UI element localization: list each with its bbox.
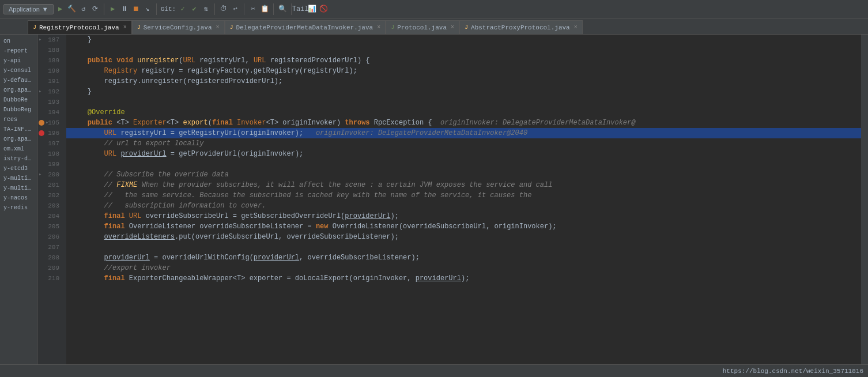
tab-label-3: DelegateProviderMetaDataInvoker.java	[236, 24, 373, 31]
tab-icon-1: J	[33, 24, 36, 31]
separator-4	[244, 3, 244, 15]
sidebar-item-dubbo-reg[interactable]: DubboReg	[1, 105, 36, 114]
code-line-191: registry.unregister(registeredProviderUr…	[66, 76, 861, 86]
build-icon[interactable]: 🔨	[67, 5, 77, 14]
code-line-193	[66, 97, 861, 107]
sidebar-item-apache2[interactable]: org.apache	[1, 135, 36, 144]
code-line-201: // FIXME When the provider subscribes, i…	[66, 180, 861, 190]
code-line-205: final OverrideListener overrideSubscribe…	[66, 221, 861, 232]
tab-bar: J RegistryProtocol.java × J ServiceConfi…	[0, 18, 868, 35]
sidebar-item-dubbo-re[interactable]: DubboRe	[1, 96, 36, 104]
sidebar-item-om-xml[interactable]: om.xml	[1, 145, 36, 153]
sidebar-item-rces[interactable]: rces	[1, 115, 36, 124]
clipboard-icon[interactable]: 📋	[260, 5, 269, 14]
sidebar-item-nacos[interactable]: y-nacos	[1, 194, 36, 202]
separator-3	[214, 3, 215, 15]
git-check-icon[interactable]: ✓	[178, 5, 187, 14]
sidebar-item-default[interactable]: y-default	[1, 76, 36, 85]
ln-189: 189	[37, 55, 63, 66]
git-accept-icon[interactable]: ✔	[190, 5, 199, 14]
sidebar-item-etcd3[interactable]: y-etcd3	[1, 164, 36, 173]
ln-197: 197	[37, 138, 63, 149]
code-line-206: overrideListeners.put(overrideSubscribeU…	[66, 232, 861, 242]
application-button[interactable]: Application ▼	[3, 4, 54, 14]
tab-close-2[interactable]: ×	[216, 24, 220, 31]
code-content[interactable]: } public void unregister(URL registryUrl…	[66, 35, 861, 364]
main-area: on -report y-api y-consul y-default org.…	[0, 35, 868, 364]
rebuild-icon[interactable]: ↺	[79, 5, 88, 14]
history-icon[interactable]: ⏱	[219, 5, 228, 14]
coverage-icon[interactable]: 📊	[307, 5, 316, 14]
ln-210: 210	[37, 273, 63, 284]
step-into-icon[interactable]: ↘	[143, 5, 152, 14]
tab-label-4: Protocol.java	[397, 24, 447, 31]
code-line-189: public void unregister(URL registryUrl, …	[66, 55, 861, 66]
ln-196: 196	[37, 128, 63, 138]
ln-202: 202	[37, 190, 63, 201]
code-line-203: // subscription information to cover.	[66, 201, 861, 211]
tab-abstract-proxy[interactable]: J AbstractProxyProtocol.java ×	[459, 20, 583, 34]
code-line-197: // url to export locally	[66, 138, 861, 149]
tab-close-5[interactable]: ×	[574, 24, 578, 31]
code-line-187: }	[66, 35, 861, 45]
tab-registry-protocol[interactable]: J RegistryProtocol.java ×	[28, 20, 132, 34]
run-icon[interactable]: ▶	[56, 5, 65, 14]
tab-label-2: ServiceConfig.java	[144, 24, 212, 31]
code-line-188	[66, 45, 861, 55]
code-line-196: URL registryUrl = getRegistryUrl(originI…	[66, 128, 861, 138]
ln-191: 191	[37, 76, 63, 86]
tab-label-5: AbstractProxyProtocol.java	[471, 24, 570, 31]
ln-188: 188	[37, 45, 63, 55]
sidebar-item-redis[interactable]: y-redis	[1, 203, 36, 212]
scrollbar[interactable]	[861, 35, 868, 364]
sidebar-item-consul[interactable]: y-consul	[1, 66, 36, 75]
ln-199: 199	[37, 159, 63, 169]
ln-187: ▸187	[37, 35, 63, 45]
stop-icon[interactable]: ⏹	[131, 5, 141, 14]
code-line-194: @Override	[66, 107, 861, 118]
tab-icon-4: J	[391, 24, 394, 31]
code-container: ▸187 188 189 190 191 ▸192 193 194 ▸ 195 …	[37, 35, 868, 364]
separator-2	[156, 3, 157, 15]
line-numbers: ▸187 188 189 190 191 ▸192 193 194 ▸ 195 …	[37, 35, 66, 364]
sidebar-item-apache[interactable]: org.apache.d	[1, 86, 36, 95]
tab-close-1[interactable]: ×	[123, 24, 127, 31]
sidebar-item-ta-inf[interactable]: TA-INF.dub	[1, 125, 36, 134]
code-line-192: }	[66, 86, 861, 97]
tab-delegate-provider[interactable]: J DelegateProviderMetaDataInvoker.java ×	[225, 20, 386, 34]
tab-close-3[interactable]: ×	[377, 24, 380, 31]
sidebar-item-report[interactable]: -report	[1, 47, 36, 55]
code-line-198: URL providerUrl = getProviderUrl(originI…	[66, 149, 861, 159]
disable-icon[interactable]: 🚫	[319, 5, 328, 14]
ln-204: 204	[37, 211, 63, 221]
tab-close-4[interactable]: ×	[451, 24, 454, 31]
tab-icon-2: J	[137, 24, 141, 31]
code-line-207	[66, 242, 861, 252]
sidebar-item-on[interactable]: on	[1, 37, 36, 46]
scissors-icon[interactable]: ✂	[248, 5, 258, 14]
toolbar: Application ▼ ▶ 🔨 ↺ ⟳ ▶ ⏸ ⏹ ↘ Git: ✓ ✔ ⇅…	[0, 0, 868, 18]
tail-label[interactable]: Tail	[296, 5, 305, 14]
sidebar-item-multicas[interactable]: y-multicas	[1, 174, 36, 183]
status-bar: https://blog.csdn.net/weixin_35711816	[0, 364, 868, 377]
ln-193: 193	[37, 97, 63, 107]
ln-198: 198	[37, 149, 63, 159]
app-label: Application	[9, 6, 40, 13]
code-line-204: final URL overrideSubscribeUrl = getSubs…	[66, 211, 861, 221]
debug-run-icon[interactable]: ▶	[108, 5, 118, 14]
sidebar-item-multiple[interactable]: y-multiple	[1, 184, 36, 193]
step-over-icon[interactable]: ⏸	[120, 5, 129, 14]
search-icon[interactable]: 🔍	[278, 5, 287, 14]
ln-192: ▸192	[37, 86, 63, 97]
tab-service-config[interactable]: J ServiceConfig.java ×	[132, 20, 225, 34]
sidebar-item-api[interactable]: y-api	[1, 56, 36, 65]
sidebar-item-istry[interactable]: istry-defaul	[1, 154, 36, 163]
code-line-209: //export invoker	[66, 263, 861, 273]
tab-protocol[interactable]: J Protocol.java ×	[386, 20, 459, 34]
status-url: https://blog.csdn.net/weixin_35711816	[723, 368, 863, 375]
code-line-202: // the same service. Because the subscri…	[66, 190, 861, 201]
ln-203: 203	[37, 201, 63, 211]
undo-icon[interactable]: ↩	[231, 5, 240, 14]
git-merge-icon[interactable]: ⇅	[201, 5, 210, 14]
sync-icon[interactable]: ⟳	[90, 5, 100, 14]
